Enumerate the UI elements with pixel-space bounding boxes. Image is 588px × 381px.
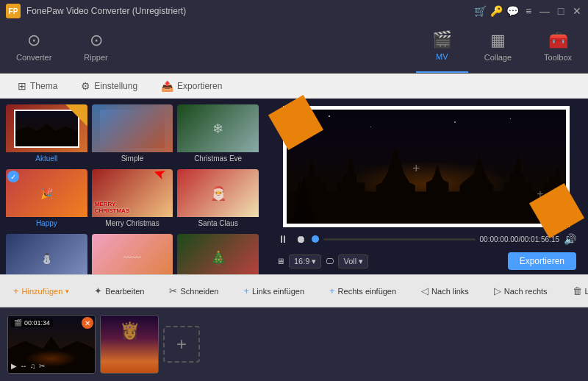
- bearbeiten-label: Bearbeiten: [105, 287, 144, 296]
- theme-christmas-tree[interactable]: 🎄 Christmas Tree: [177, 234, 259, 274]
- theme-simple-label: Simple: [92, 152, 173, 165]
- happy-check: ✓: [7, 171, 19, 182]
- quality-dropdown-icon: ▾: [359, 257, 363, 266]
- bearbeiten-button[interactable]: ✦ Bearbeiten: [87, 282, 151, 300]
- nach-links-label: Nach links: [431, 287, 469, 296]
- theme-aktuell-label: Aktuell: [6, 152, 87, 165]
- nav-ripper[interactable]: ⊙ Ripper: [68, 21, 123, 73]
- bottom-toolbar: + Hinzufügen ▾ ✦ Bearbeiten ✂ Schneiden …: [0, 274, 588, 307]
- preview-frame: + +: [283, 106, 570, 227]
- time-display: 00:00:00.00/00:01:56.15: [480, 235, 559, 243]
- links-label: Links einfügen: [252, 287, 304, 296]
- hinzufugen-icon: +: [13, 285, 19, 296]
- app-title: FonePaw Video Converter (Unregistriert): [26, 6, 475, 16]
- monitor-icon: 🖥: [276, 257, 284, 266]
- theme-santa-claus[interactable]: 🎅 Santa Claus: [177, 169, 259, 229]
- maximize-icon[interactable]: □: [556, 6, 566, 16]
- theme-simple[interactable]: Simple: [92, 104, 173, 165]
- einstellung-icon: ⚙: [81, 80, 90, 92]
- progress-bar[interactable]: [323, 238, 476, 241]
- hinzufugen-dropdown-icon: ▾: [65, 288, 69, 295]
- nav-toolbox[interactable]: 🧰 Toolbox: [528, 21, 588, 73]
- audio-icon[interactable]: ♫: [30, 362, 36, 370]
- nav-mv-label: MV: [436, 52, 448, 61]
- nav-converter[interactable]: ⊙ Converter: [0, 21, 68, 73]
- collage-icon: ▦: [490, 31, 506, 50]
- add-clip-icon: +: [176, 334, 187, 355]
- nach-rechts-button[interactable]: ▷ Nach rechts: [487, 282, 555, 300]
- chat-icon[interactable]: 💬: [507, 6, 517, 16]
- theme-snowy-thumb: ⛄: [6, 234, 87, 274]
- play-icon[interactable]: ▶: [11, 362, 17, 370]
- cut-icon[interactable]: ✂: [39, 362, 45, 370]
- ratio-value: 16:9: [294, 257, 309, 266]
- theme-happy-label: Happy: [6, 217, 87, 229]
- nav-converter-label: Converter: [16, 53, 51, 62]
- theme-snowy-night[interactable]: ⛄ Snowy Night: [6, 234, 87, 274]
- clip1-duration-text: 00:01:34: [24, 319, 50, 327]
- tab-exportieren[interactable]: 📤 Exportieren: [151, 76, 232, 96]
- links-icon: +: [243, 285, 249, 296]
- mv-icon: 🎬: [432, 30, 452, 49]
- ratio-select[interactable]: 16:9 ▾: [289, 254, 321, 268]
- window-controls: 🛒 🔑 💬 ≡ — □ ✕: [475, 6, 582, 16]
- theme-merry-christmas[interactable]: MERRYCHRISTMAS ➤ Merry Christmas: [92, 169, 173, 229]
- clip1-controls: ▶ ↔ ♫ ✂: [11, 362, 45, 370]
- shop-icon[interactable]: 🛒: [475, 6, 485, 16]
- schneiden-label: Schneiden: [180, 287, 218, 296]
- tab-thema[interactable]: ⊞ Thema: [7, 76, 68, 96]
- exportieren-icon: 📤: [161, 80, 173, 92]
- clip2-thumbnail: 👸: [101, 316, 158, 373]
- plus-center-icon: +: [412, 161, 420, 177]
- close-icon[interactable]: ✕: [572, 6, 582, 16]
- theme-happy[interactable]: ✓ 🎉 Happy: [6, 169, 87, 229]
- export-button[interactable]: Exportieren: [508, 252, 576, 270]
- links-einfugen-button[interactable]: + Links einfügen: [236, 282, 312, 300]
- quality-select[interactable]: Voll ▾: [338, 254, 368, 268]
- nach-links-button[interactable]: ◁ Nach links: [414, 282, 476, 300]
- minimize-icon[interactable]: —: [539, 6, 550, 16]
- theme-xmaseve-thumb: ❄: [177, 104, 259, 152]
- hinzufugen-button[interactable]: + Hinzufügen ▾: [6, 282, 76, 300]
- stop-button[interactable]: ⏺: [294, 232, 307, 246]
- tab-einstellung[interactable]: ⚙ Einstellung: [71, 76, 148, 96]
- ratio-dropdown-icon: ▾: [312, 257, 316, 266]
- nach-links-icon: ◁: [421, 285, 429, 296]
- tab-einstellung-label: Einstellung: [94, 81, 137, 91]
- clip1-close-button[interactable]: ✕: [82, 317, 93, 329]
- leer-label: Leer: [585, 287, 588, 296]
- volume-icon[interactable]: 🔊: [564, 233, 576, 245]
- leer-button[interactable]: 🗑 Leer: [565, 282, 588, 300]
- bearbeiten-icon: ✦: [94, 285, 102, 296]
- leer-icon: 🗑: [573, 285, 582, 296]
- schneiden-button[interactable]: ✂ Schneiden: [162, 282, 226, 300]
- trim-icon[interactable]: ↔: [20, 362, 27, 370]
- ripper-icon: ⊙: [90, 31, 103, 50]
- theme-merryx-label: Merry Christmas: [92, 217, 173, 229]
- screen-icon: 🖵: [326, 257, 334, 266]
- theme-aktuell[interactable]: Aktuell: [6, 104, 87, 165]
- rechts-einfugen-button[interactable]: + Rechts einfügen: [322, 282, 404, 300]
- rechts-icon: +: [329, 285, 335, 296]
- toolbox-icon: 🧰: [548, 31, 568, 50]
- theme-christmas-eve[interactable]: ❄ Christmas Eve: [177, 104, 259, 165]
- tab-thema-label: Thema: [30, 81, 57, 91]
- timeline-clip-2[interactable]: 👸: [100, 315, 159, 374]
- theme-stripes-thumb: 〰〰: [92, 234, 173, 274]
- nach-rechts-label: Nach rechts: [504, 287, 548, 296]
- converter-icon: ⊙: [27, 31, 40, 50]
- pause-button[interactable]: ⏸: [276, 232, 290, 246]
- nav-mv[interactable]: 🎬 MV: [416, 21, 468, 73]
- tab-exportieren-label: Exportieren: [177, 81, 222, 91]
- timeline-clip-1[interactable]: 🎬 00:01:34 ✕ ▶ ↔ ♫ ✂: [7, 315, 96, 374]
- nach-rechts-icon: ▷: [494, 285, 501, 296]
- key-icon[interactable]: 🔑: [491, 6, 501, 16]
- preview-container: + +: [283, 106, 570, 227]
- menu-icon[interactable]: ≡: [523, 6, 534, 16]
- theme-santa-label: Santa Claus: [177, 217, 259, 229]
- progress-dot: [312, 235, 319, 243]
- theme-stripes-waves[interactable]: 〰〰 Stripes & Waves: [92, 234, 173, 274]
- add-clip-button[interactable]: +: [163, 326, 200, 363]
- theme-simple-thumb: [92, 104, 173, 152]
- nav-collage[interactable]: ▦ Collage: [468, 21, 528, 73]
